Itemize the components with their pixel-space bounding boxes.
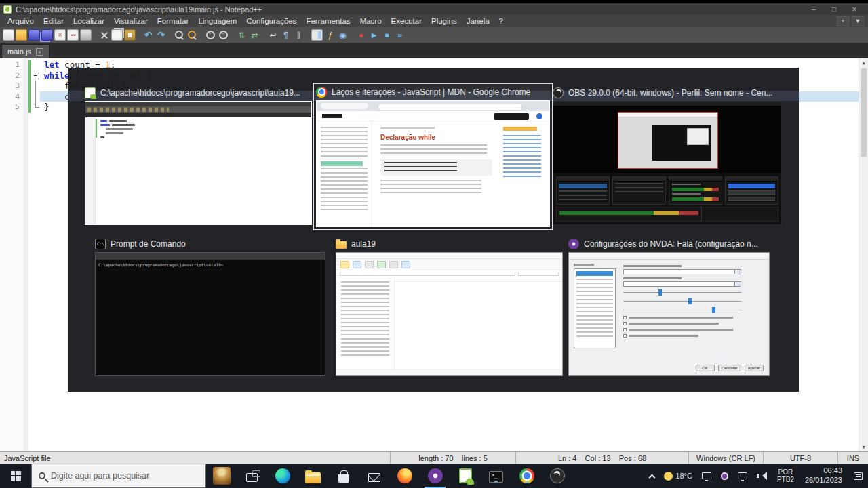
scroll-up-icon[interactable]: ▲ [859,58,868,67]
alttab-window-explorer[interactable]: aula19 [336,238,563,376]
record-macro-icon[interactable] [355,29,367,41]
doc-map-icon[interactable] [311,29,323,41]
display-icon [702,472,711,479]
taskbar-app-button[interactable] [328,464,359,488]
undo-icon[interactable] [142,29,154,41]
vertical-scrollbar[interactable]: ▲ ▼ [859,58,868,451]
copy-icon[interactable] [111,29,123,41]
cut-icon[interactable] [98,29,110,41]
taskbar-app-button[interactable] [298,464,328,488]
menu-item[interactable]: Visualizar [109,17,153,25]
window-title: C:\apache\htdocs\programadorcego\javascr… [16,5,262,14]
taskbar-app-button[interactable] [237,464,267,488]
zoom-in-icon[interactable] [205,29,216,41]
replace-icon[interactable] [186,29,198,41]
taskbar-app-button[interactable] [206,464,237,488]
print-icon[interactable] [80,29,92,41]
alttab-window-cmd[interactable]: Prompt de Comando C:\apache\htdocs\progr… [95,238,326,376]
obs-thumbnail[interactable] [553,101,782,225]
taskbar-search[interactable] [31,464,206,488]
alttab-window-obs[interactable]: OBS 29.0.0 (64-bit, windows) - Perfil: S… [553,87,782,225]
cmd-thumbnail[interactable]: C:\apache\htdocs\programadorcego\javascr… [95,252,326,376]
show-symbols-icon[interactable] [280,29,292,41]
line-number: 2 [0,70,23,81]
menu-item[interactable]: Localizar [68,17,109,25]
taskbar-app-button[interactable] [511,464,542,488]
nvda-synth-dropdown [623,269,741,274]
taskbar-app-button[interactable] [389,464,420,488]
save-all-icon[interactable] [41,29,53,41]
menu-item[interactable]: Ferramentas [301,17,355,25]
taskbar: 18°C POR PTB2 06:43 26/01/2023 [0,464,868,488]
menu-item[interactable]: Plugins [427,17,462,25]
redo-icon[interactable] [155,29,167,41]
sync-v-icon[interactable] [236,29,248,41]
menu-item[interactable]: Macro [355,17,387,25]
taskbar-app-button[interactable] [420,464,450,488]
volume-tray-button[interactable] [752,472,772,480]
search-input[interactable] [51,471,199,481]
taskbar-clock[interactable]: 06:43 26/01/2023 [800,466,848,485]
paste-icon[interactable] [124,29,136,41]
language-indicator[interactable]: POR PTB2 [772,468,800,484]
display-tray-button[interactable] [697,472,716,479]
menu-item[interactable]: Janela [462,17,494,25]
menu-item[interactable]: Arquivo [3,17,39,25]
close-all-icon[interactable] [67,29,79,41]
nvda-settings-thumbnail[interactable]: OK Cancelar Aplicar [568,252,770,376]
desktop-screen: C:\apache\htdocs\programadorcego\javascr… [0,0,868,488]
close-doc-icon[interactable] [54,29,66,41]
scrollbar-thumb[interactable] [861,68,867,157]
play-macro-icon[interactable] [368,29,380,41]
alttab-window-notepadpp[interactable]: C:\apache\htdocs\programadorcego\javascr… [85,87,312,225]
alttab-window-chrome-mdn[interactable]: Laços e iterações - JavaScript | MDN - G… [316,86,550,227]
taskbar-app-button[interactable] [542,464,572,488]
menu-item[interactable]: Formatar [153,17,194,25]
close-button[interactable] [844,4,865,14]
menu-item[interactable]: Editar [39,17,68,25]
nvda-tray-button[interactable] [716,472,733,480]
menu-item[interactable]: Linguagem [193,17,241,25]
alttab-window-nvda[interactable]: Configurações do NVDA: Fala (configuraçã… [568,238,770,376]
window-thumbnail-title: C:\apache\htdocs\programadorcego\javascr… [100,88,300,98]
open-folder-icon[interactable] [16,29,27,41]
chrome-mdn-thumbnail[interactable]: Declaração while [316,100,550,227]
notepadpp-thumbnail[interactable] [85,101,312,225]
maximize-button[interactable] [824,4,844,14]
tab-list-button[interactable]: ▼ [852,16,864,26]
menu-item[interactable]: Executar [387,17,427,25]
taskbar-app-button[interactable] [481,464,511,488]
hidden-icons-button[interactable] [645,472,659,480]
taskbar-app-button[interactable] [450,464,481,488]
function-list-icon[interactable] [324,29,336,41]
minimize-button[interactable] [804,4,824,14]
new-file-icon[interactable] [3,29,14,41]
nvda-icon [568,239,579,249]
menu-item[interactable]: Configurações [241,17,301,25]
menu-item[interactable]: ? [494,17,508,25]
multi-play-icon[interactable] [394,29,406,41]
notification-center-button[interactable] [848,472,868,480]
find-icon[interactable] [174,29,185,41]
word-wrap-icon[interactable] [267,29,279,41]
taskbar-app-button[interactable] [359,464,389,488]
new-tab-button[interactable]: + [837,16,849,26]
save-icon[interactable] [28,29,40,41]
weather-widget[interactable]: 18°C [659,472,697,481]
fold-collapse-icon[interactable] [31,70,40,81]
sync-h-icon[interactable] [249,29,260,41]
stop-macro-icon[interactable] [381,29,393,41]
tab-main-js[interactable]: main.js [1,44,50,58]
explorer-thumbnail[interactable] [336,252,563,376]
monitor-icon[interactable] [337,29,349,41]
start-button[interactable] [0,464,31,488]
network-tray-button[interactable] [733,472,752,479]
taskbar-app-button[interactable] [267,464,298,488]
close-tab-icon[interactable] [36,48,43,56]
zoom-out-icon[interactable] [218,29,229,41]
window-thumbnail-title: OBS 29.0.0 (64-bit, windows) - Perfil: S… [568,88,772,98]
scroll-down-icon[interactable]: ▼ [859,443,868,451]
mail-icon [368,473,380,482]
indent-guide-icon[interactable] [293,29,304,41]
menu-items: ArquivoEditarLocalizarVisualizarFormatar… [0,17,508,25]
